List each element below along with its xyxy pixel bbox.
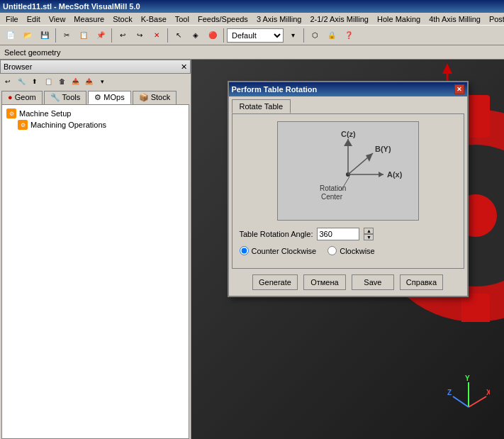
menu-measure[interactable]: Measure bbox=[69, 14, 108, 24]
menu-2half-axis[interactable]: 2-1/2 Axis Milling bbox=[306, 14, 373, 24]
redo-button[interactable]: ↪ bbox=[132, 28, 147, 43]
view-button[interactable]: ◈ bbox=[188, 28, 203, 43]
angle-spin-down[interactable]: ▼ bbox=[364, 234, 374, 240]
browser-header: Browser ✕ bbox=[0, 60, 191, 74]
menu-hole[interactable]: Hole Making bbox=[373, 14, 425, 24]
menu-post[interactable]: Post Pr... bbox=[485, 14, 504, 24]
paste-button[interactable]: 📌 bbox=[93, 28, 108, 43]
tree-item-machining-ops[interactable]: ⚙ Machining Operations bbox=[16, 119, 186, 130]
clockwise-option[interactable]: Clockwise bbox=[327, 246, 375, 255]
browser-tb-btn-3[interactable]: ⬆ bbox=[28, 75, 41, 88]
svg-text:A(x): A(x) bbox=[387, 170, 403, 179]
angle-spinner: ▲ ▼ bbox=[364, 228, 374, 240]
tab-geom-label: Geom bbox=[15, 93, 36, 101]
menu-stock[interactable]: Stock bbox=[108, 14, 137, 24]
clockwise-label: Clockwise bbox=[340, 247, 375, 255]
lock-button[interactable]: 🔒 bbox=[324, 28, 340, 43]
status-bar: Select geometry bbox=[0, 45, 504, 60]
tab-tools[interactable]: 🔧 Tools bbox=[44, 91, 87, 104]
tab-stock-label: Stock bbox=[151, 93, 171, 101]
view-dropdown[interactable]: Default Wireframe Shaded bbox=[227, 28, 284, 43]
browser-tb-btn-5[interactable]: 🗑 bbox=[55, 75, 68, 88]
angle-input[interactable] bbox=[317, 228, 359, 240]
toolbar-separator-4 bbox=[223, 28, 224, 43]
open-button[interactable]: 📂 bbox=[20, 28, 35, 43]
browser-tb-btn-1[interactable]: ↩ bbox=[1, 75, 14, 88]
copy-button[interactable]: 📋 bbox=[76, 28, 91, 43]
dialog-tab-bar: Rotate Table bbox=[229, 96, 467, 113]
dialog-close-button[interactable]: ✕ bbox=[454, 84, 464, 94]
menu-3axis[interactable]: 3 Axis Milling bbox=[252, 14, 306, 24]
browser-content: ⚙ Machine Setup ⚙ Machining Operations bbox=[1, 104, 189, 439]
menu-feeds[interactable]: Feeds/Speeds bbox=[194, 14, 252, 24]
help-button-dialog[interactable]: Справка bbox=[400, 274, 443, 290]
dialog-overlay: Perform Table Rotation ✕ Rotate Table bbox=[191, 60, 504, 439]
cut-button[interactable]: ✂ bbox=[59, 28, 74, 43]
save-button[interactable]: 💾 bbox=[37, 28, 52, 43]
status-text: Select geometry bbox=[4, 48, 60, 57]
tab-stock[interactable]: 📦 Stock bbox=[133, 91, 177, 104]
tab-rotate-table[interactable]: Rotate Table bbox=[232, 99, 291, 113]
browser-tb-btn-6[interactable]: 📥 bbox=[69, 75, 82, 88]
browser-tabs: ● Geom 🔧 Tools ⚙ MOps 📦 Stock bbox=[0, 89, 191, 104]
toolbar: 📄 📂 💾 ✂ 📋 📌 ↩ ↪ ✕ ↖ ◈ 🔴 Default Wirefram… bbox=[0, 26, 504, 45]
shade-button[interactable]: 🔴 bbox=[205, 28, 220, 43]
browser-tb-btn-4[interactable]: 📋 bbox=[42, 75, 55, 88]
help-button[interactable]: ❓ bbox=[341, 28, 357, 43]
dialog-main-content: A(x) B(Y) C(z) Rotation Center bbox=[232, 113, 464, 269]
counter-clockwise-radio[interactable] bbox=[240, 246, 249, 255]
dialog-title: Perform Table Rotation bbox=[232, 85, 318, 94]
direction-radio-row: Counter Clockwise Clockwise bbox=[240, 246, 457, 255]
svg-text:Center: Center bbox=[321, 193, 343, 201]
generate-button[interactable]: Generate bbox=[252, 274, 298, 290]
toolbar-separator-3 bbox=[167, 28, 168, 43]
browser-close[interactable]: ✕ bbox=[181, 62, 187, 72]
menu-4axis[interactable]: 4th Axis Milling bbox=[425, 14, 485, 24]
angle-form-row: Table Rotation Angle: ▲ ▼ bbox=[240, 228, 457, 240]
counter-clockwise-label: Counter Clockwise bbox=[252, 247, 317, 255]
tab-tools-icon: 🔧 bbox=[50, 93, 60, 101]
tab-geom[interactable]: ● Geom bbox=[1, 91, 43, 104]
browser-title: Browser bbox=[4, 62, 32, 71]
menu-bar: File Edit View Measure Stock K-Base Tool… bbox=[0, 13, 504, 26]
svg-text:C(z): C(z) bbox=[341, 130, 356, 138]
tab-tools-label: Tools bbox=[62, 93, 81, 101]
machine-setup-icon: ⚙ bbox=[6, 109, 16, 118]
tab-stock-icon: 📦 bbox=[139, 93, 149, 101]
browser-tb-btn-2[interactable]: 🔧 bbox=[15, 75, 28, 88]
clockwise-radio[interactable] bbox=[327, 246, 337, 255]
menu-edit[interactable]: Edit bbox=[23, 14, 45, 24]
cancel-button[interactable]: Отмена bbox=[303, 274, 346, 290]
stop-button[interactable]: ✕ bbox=[149, 28, 164, 43]
undo-button[interactable]: ↩ bbox=[115, 28, 130, 43]
svg-text:B(Y): B(Y) bbox=[375, 145, 391, 153]
dialog-perform-table-rotation: Perform Table Rotation ✕ Rotate Table bbox=[228, 81, 469, 297]
toolbar-separator-5 bbox=[303, 28, 304, 43]
tab-mops-label: MOps bbox=[103, 93, 124, 101]
toolbar-separator-2 bbox=[111, 28, 112, 43]
tab-mops-icon: ⚙ bbox=[94, 93, 101, 101]
angle-spin-up[interactable]: ▲ bbox=[364, 228, 374, 234]
tab-mops[interactable]: ⚙ MOps bbox=[88, 91, 130, 104]
save-button-dialog[interactable]: Save bbox=[352, 274, 394, 290]
dialog-buttons: Generate Отмена Save Справка bbox=[229, 269, 467, 296]
sidebar: Browser ✕ ↩ 🔧 ⬆ 📋 🗑 📥 📤 ▾ ● Geom 🔧 Tools… bbox=[0, 60, 191, 439]
browser-tb-btn-more[interactable]: ▾ bbox=[96, 75, 108, 88]
counter-clockwise-option[interactable]: Counter Clockwise bbox=[240, 246, 317, 255]
title-text: Untitled11.stl - MecSoft VisualMill 5.0 bbox=[3, 2, 140, 11]
menu-file[interactable]: File bbox=[1, 14, 23, 24]
new-button[interactable]: 📄 bbox=[3, 28, 18, 43]
select-button[interactable]: ↖ bbox=[171, 28, 186, 43]
menu-kbase[interactable]: K-Base bbox=[137, 14, 171, 24]
tree-item-machine-setup[interactable]: ⚙ Machine Setup bbox=[5, 108, 186, 119]
browser-tb-btn-7[interactable]: 📤 bbox=[82, 75, 95, 88]
menu-tool[interactable]: Tool bbox=[171, 14, 194, 24]
title-bar: Untitled11.stl - MecSoft VisualMill 5.0 bbox=[0, 0, 504, 13]
mesh-button[interactable]: ⬡ bbox=[307, 28, 323, 43]
angle-label: Table Rotation Angle: bbox=[240, 230, 313, 238]
view-options-button[interactable]: ▾ bbox=[285, 28, 301, 43]
menu-view[interactable]: View bbox=[45, 14, 70, 24]
viewport[interactable]: X Y Z Perform Table Rotation bbox=[191, 60, 504, 439]
tab-rotate-table-label: Rotate Table bbox=[240, 102, 284, 111]
rotation-diagram: A(x) B(Y) C(z) Rotation Center bbox=[277, 121, 419, 221]
